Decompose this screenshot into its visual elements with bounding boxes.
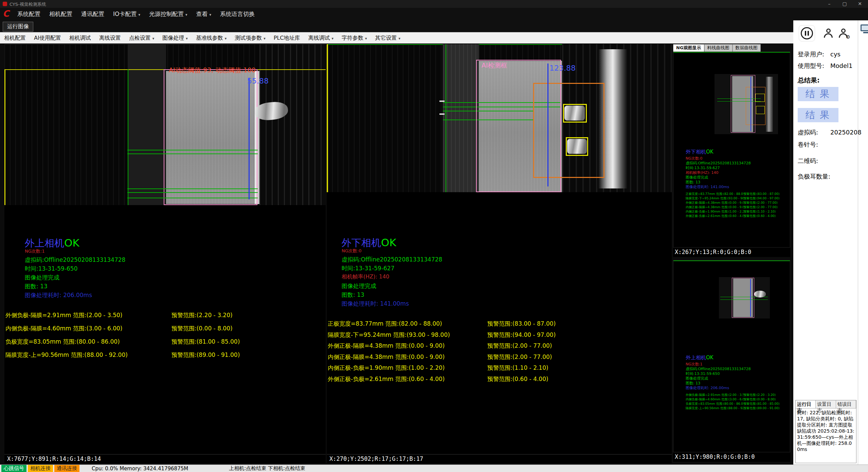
camera-view-upper[interactable]: AI动态阈值:93, 动态阈值:100 55.88 外上相机OK NG次数:1 … bbox=[4, 44, 326, 454]
tab-error-log[interactable]: 错误日志 bbox=[836, 400, 856, 408]
time-text: 时间:13-31-59-627 bbox=[342, 265, 394, 272]
menu-item-camera-config[interactable]: 相机配置 bbox=[45, 8, 77, 20]
mini-text-line: 图像处理耗时: 141.00ms bbox=[686, 184, 729, 189]
mini-measure-row: 隔膜宽度-上=90.56mm 范围:(88.00 - 92.00)预警范围:(8… bbox=[686, 406, 789, 411]
tab-ng-view[interactable]: NG观图显示 bbox=[673, 44, 704, 52]
minimize-button[interactable]: – bbox=[822, 0, 836, 8]
elapsed-text: 图像处理耗时: 206.00ms bbox=[25, 291, 92, 299]
menu-item-comm-config[interactable]: 通讯配置 bbox=[77, 8, 109, 20]
toolbar-item-offline-debug[interactable]: 离线调试 bbox=[304, 32, 338, 44]
measurement-row: 内侧负极-隔膜=4.60mm 范围:(3.00 - 6.00)预警范围:(0.0… bbox=[5, 325, 326, 332]
menu-item-system-config[interactable]: 系统配置 bbox=[13, 8, 45, 20]
window-title: CYS-视觉检测系统 bbox=[10, 1, 46, 7]
tab-run-image[interactable]: 运行图像 bbox=[3, 22, 33, 32]
measure-green-line bbox=[127, 192, 258, 193]
app-icon bbox=[3, 2, 7, 6]
camera-view-lower[interactable]: AI检测框 123.88 外下相机OK NG次数:0 虚拟码:Offline20… bbox=[327, 44, 672, 454]
tab-settings-log[interactable]: 设置日志 bbox=[816, 400, 836, 408]
menu-item-io-card-config[interactable]: IO卡配置 bbox=[109, 8, 145, 20]
toolbar-item-spot-check[interactable]: 点检设置 bbox=[125, 32, 159, 44]
measurement-row: 隔膜宽度-下=95.24mm 范围:(93.00 - 98.00)预警范围:(9… bbox=[328, 331, 672, 339]
toolbar-item-char-params[interactable]: 字符参数 bbox=[338, 32, 371, 44]
measure-green-line bbox=[127, 188, 258, 189]
log-panel: 运行日志 设置日志 错误日志 耗时: 222, 缺陷检测耗时: 17, 缺陷分类… bbox=[795, 400, 856, 463]
virtual-code-text: 虚拟码:Offline20250208133134728 bbox=[342, 256, 442, 264]
menu-item-language-switch[interactable]: 系统语言切换 bbox=[216, 8, 259, 20]
process-done-text: 图像处理完成 bbox=[342, 282, 376, 290]
roi-orange-box bbox=[533, 83, 604, 178]
toolbar-item-camera-config[interactable]: 相机配置 bbox=[0, 32, 30, 44]
frame-rate-text: 相机帧率(HZ): 140 bbox=[342, 273, 390, 280]
toolbar-item-camera-debug[interactable]: 相机调试 bbox=[65, 32, 95, 44]
ng-count-text: NG次数:1 bbox=[25, 248, 44, 254]
marker-dash bbox=[439, 101, 445, 102]
mini-text-line: NG次数:1 bbox=[686, 362, 702, 367]
measurement-row: 正极宽度=83.77mm 范围:(82.00 - 88.00)预警范围:(83.… bbox=[328, 320, 672, 328]
toolbar-item-ai-config[interactable]: AI使用配置 bbox=[30, 32, 65, 44]
edge-yellow-line bbox=[4, 69, 5, 205]
time-text: 时间:13-31-59-650 bbox=[25, 265, 77, 273]
log-tab-bar: 运行日志 设置日志 错误日志 bbox=[796, 400, 856, 409]
metal-tab bbox=[564, 106, 585, 121]
virtual-code-row: 虚拟码:20250208 bbox=[798, 128, 862, 137]
mini-text-line: 图像处理完成 bbox=[686, 376, 708, 381]
measure-green-line bbox=[127, 150, 258, 150]
camera-name: 外下相机 bbox=[342, 237, 381, 249]
model-value: Model1 bbox=[830, 62, 853, 69]
tab-count-row: 负极耳数量: bbox=[798, 173, 830, 181]
heartbeat-badge: 心跳信号 bbox=[1, 465, 26, 472]
top-green-line bbox=[673, 260, 790, 261]
monitor-button[interactable] bbox=[861, 24, 868, 34]
pause-button[interactable] bbox=[799, 25, 815, 41]
measure-green-line bbox=[720, 299, 768, 300]
preview-ng-upper[interactable]: 外上相机OK NG次数:1 虚拟码:Offline202502081331347… bbox=[673, 260, 790, 452]
mini-text-line: 图数: 13 bbox=[686, 180, 700, 185]
mini-text-line: 时间:13-31-59-627 bbox=[686, 165, 720, 170]
reference-green-line bbox=[128, 69, 128, 205]
menu-item-view[interactable]: 查看 bbox=[192, 8, 216, 20]
mini-text-line: 时间:13-31-59-650 bbox=[686, 371, 720, 376]
maximize-button[interactable]: ▢ bbox=[837, 0, 852, 8]
user-settings-button[interactable]: ⚙ bbox=[837, 28, 849, 39]
image-texture bbox=[443, 44, 479, 192]
virtual-code-text: 虚拟码:Offline20250208133134728 bbox=[25, 256, 125, 264]
measure-green-line bbox=[717, 98, 761, 99]
user-button[interactable] bbox=[822, 28, 834, 39]
reference-green-line bbox=[446, 44, 446, 192]
toolbar-item-baseline-params[interactable]: 基准线参数 bbox=[192, 32, 231, 44]
app-logo-icon: C bbox=[1, 9, 13, 19]
tab-line-chart[interactable]: 料线曲线图 bbox=[704, 44, 733, 52]
mini-measure-row: 外侧负极-隔膜=2.91mm 范围:(2.00 - 3.50)预警范围:(2.2… bbox=[686, 393, 789, 397]
mini-image bbox=[715, 74, 778, 134]
user-gear-icon bbox=[841, 29, 846, 33]
defect-yellow-box bbox=[755, 94, 765, 102]
camera-upper-image: AI动态阈值:93, 动态阈值:100 55.88 bbox=[4, 44, 326, 205]
toolbar-item-other-settings[interactable]: 其它设置 bbox=[371, 32, 405, 44]
ai-detect-box-label: AI检测框 bbox=[482, 61, 507, 70]
toolbar-item-image-processing[interactable]: 图像处理 bbox=[158, 32, 192, 44]
mini-text-line: 图数: 13 bbox=[686, 381, 700, 386]
log-text: 耗时: 222, 缺陷检测耗时: 17, 缺陷分类耗时: 0, 缺陷提取分区耗时… bbox=[796, 409, 856, 462]
measure-value-label: 55.88 bbox=[247, 77, 269, 85]
measure-blue-line bbox=[249, 78, 250, 199]
measurement-row: 外侧正极-隔膜=4.38mm 范围:(0.00 - 9.00)预警范围:(2.0… bbox=[328, 342, 672, 350]
login-user-value: cys bbox=[830, 51, 840, 58]
toolbar-item-test-params[interactable]: 测试项参数 bbox=[231, 32, 270, 44]
tab-data-chart[interactable]: 数据曲线图 bbox=[733, 44, 761, 52]
mini-measure-row: 负极宽度=83.05mm 范围:(80.00 - 86.00)预警范围:(81.… bbox=[686, 402, 789, 406]
toolbar-item-plc-address[interactable]: PLC地址库 bbox=[270, 32, 304, 44]
menu-item-light-control[interactable]: 光源控制配置 bbox=[145, 8, 192, 20]
tab-run-log[interactable]: 运行日志 bbox=[796, 400, 816, 408]
toolbar-item-offline-settings[interactable]: 离线设置 bbox=[95, 32, 125, 44]
close-button[interactable]: ✕ bbox=[853, 0, 867, 8]
preview-ng-lower[interactable]: 外下相机OK NG次数:0 虚拟码:Offline202502081331347… bbox=[673, 52, 790, 248]
measurement-row: 负极宽度=83.05mm 范围:(80.00 - 86.00)预警范围:(81.… bbox=[5, 338, 326, 346]
pause-icon bbox=[801, 27, 813, 39]
monitor-icon bbox=[861, 24, 868, 31]
result-badge-1: 结果 bbox=[798, 87, 838, 101]
process-done-text: 图像处理完成 bbox=[25, 274, 59, 282]
measure-value-label: 123.88 bbox=[549, 64, 576, 72]
pin-number-row: 卷针号: bbox=[798, 141, 818, 149]
cpu-memory-text: Cpu: 0.0% Memory: 3424.41796875M bbox=[92, 466, 188, 472]
measurement-row: 外侧负极-隔膜=2.91mm 范围:(2.00 - 3.50)预警范围:(2.2… bbox=[5, 311, 326, 319]
